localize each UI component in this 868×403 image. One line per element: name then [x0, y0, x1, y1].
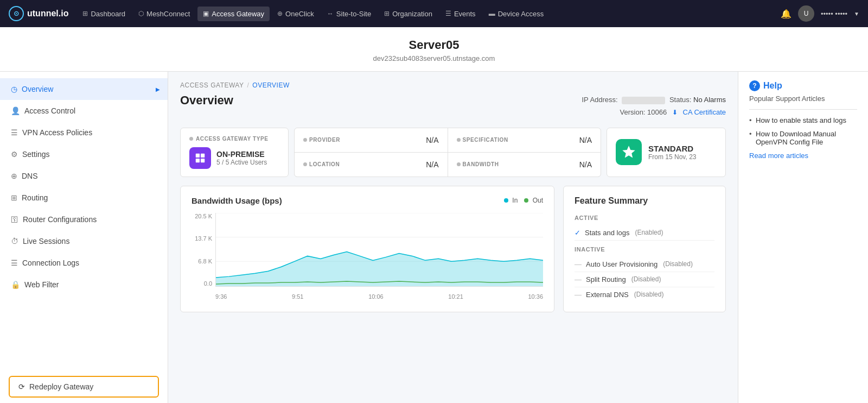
- version-value: 10066: [647, 108, 667, 116]
- gateway-type-badge-icon: [189, 147, 211, 169]
- nav-site-to-site[interactable]: ↔ Site-to-Site: [322, 7, 376, 21]
- sidebar-item-routing[interactable]: ⊞ Routing: [0, 187, 168, 209]
- subscription-icon: [616, 139, 642, 165]
- subscription-card: STANDARD From 15 Nov, 23: [607, 128, 726, 177]
- breadcrumb-parent[interactable]: ACCESS GATEWAY: [180, 81, 244, 89]
- chart-area: 20.5 K 13.7 K 6.8 K 0.0: [192, 213, 543, 300]
- x-label-3: 10:06: [368, 293, 384, 300]
- breadcrumb-current[interactable]: OVERVIEW: [252, 81, 289, 89]
- sidebar-active-chevron-icon: ▶: [156, 86, 160, 92]
- ip-value-blurred: [622, 97, 665, 104]
- sidebar-settings-label: Settings: [22, 150, 50, 159]
- check-icon: ✓: [575, 229, 580, 237]
- sidebar-item-overview[interactable]: ◷ Overview ▶: [0, 78, 168, 100]
- sidebar-item-settings[interactable]: ⚙ Settings: [0, 143, 168, 165]
- gateway-type-badge: ON-PREMISE 5 / 5 Active Users: [189, 147, 279, 169]
- notifications-bell-icon[interactable]: 🔔: [781, 9, 792, 19]
- bottom-section: Bandwidth Usage (bps) In Out: [180, 186, 726, 312]
- bandwidth-value: N/A: [579, 160, 592, 169]
- location-label: LOCATION: [309, 161, 340, 167]
- feature-external-dns[interactable]: — External DNS (Disabled): [575, 287, 714, 302]
- provider-label: PROVIDER: [309, 137, 340, 143]
- sidebar-item-live-sessions[interactable]: ⏱ Live Sessions: [0, 230, 168, 252]
- content-header-row: Overview IP Address: Status: No Alarms V…: [180, 93, 726, 119]
- svg-rect-1: [201, 154, 205, 158]
- feature-auto-user-prov[interactable]: — Auto User Provisioning (Disabled): [575, 257, 714, 272]
- app-logo[interactable]: ⊙ utunnel.io: [9, 6, 68, 21]
- help-subtitle: Popular Support Articles: [749, 95, 857, 103]
- feature-stats-logs-label: Stats and logs: [585, 229, 629, 237]
- nav-events[interactable]: ☰ Events: [440, 7, 481, 21]
- sidebar-bottom: ⟳ Redeploy Gateway: [0, 365, 168, 403]
- breadcrumb: ACCESS GATEWAY / OVERVIEW: [180, 81, 726, 89]
- settings-icon: ⚙: [11, 150, 18, 159]
- vpn-access-policies-icon: ☰: [11, 128, 18, 137]
- inactive-section-label: INACTIVE: [575, 246, 714, 253]
- sidebar-item-access-control[interactable]: 👤 Access Control: [0, 100, 168, 122]
- app-content: ◷ Overview ▶ 👤 Access Control ☰ VPN Acce…: [0, 72, 868, 403]
- help-article-stats-logs[interactable]: How to enable stats and logs: [749, 116, 857, 124]
- help-article-download-manual[interactable]: How to Download Manual OpenVPN Config Fi…: [749, 130, 857, 146]
- read-more-articles-link[interactable]: Read more articles: [749, 152, 857, 160]
- chart-header: Bandwidth Usage (bps) In Out: [192, 196, 543, 205]
- redeploy-gateway-button[interactable]: ⟳ Redeploy Gateway: [9, 376, 159, 398]
- connection-logs-icon: ☰: [11, 259, 18, 267]
- nav-access-gateway-label: Access Gateway: [212, 10, 264, 18]
- redeploy-label: Redeploy Gateway: [29, 382, 93, 391]
- x-label-4: 10:21: [448, 293, 463, 300]
- sidebar-item-web-filter[interactable]: 🔒 Web Filter: [0, 274, 168, 295]
- help-title: ? Help: [749, 80, 857, 91]
- feature-external-dns-label: External DNS: [586, 291, 629, 299]
- oneclick-icon: ⊕: [277, 10, 283, 17]
- sidebar-item-router-configurations[interactable]: ⚿ Router Configurations: [0, 209, 168, 230]
- help-divider: [749, 109, 857, 110]
- nav-site-to-site-label: Site-to-Site: [336, 10, 371, 18]
- feature-stats-logs[interactable]: ✓ Stats and logs (Enabled): [575, 225, 714, 241]
- user-menu-chevron-icon[interactable]: ▼: [854, 11, 859, 17]
- svg-rect-0: [196, 154, 200, 158]
- subscription-name: STANDARD: [648, 144, 696, 153]
- dash-icon-1: —: [575, 260, 582, 268]
- meshconnect-icon: ⬡: [138, 10, 144, 17]
- location-value: N/A: [426, 160, 438, 169]
- feature-split-routing[interactable]: — Split Routing (Disabled): [575, 272, 714, 287]
- dashboard-icon: ⊞: [82, 10, 88, 17]
- gateway-type-card: ACCESS GATEWAY TYPE ON-PREMISE 5 / 5 Ac: [180, 128, 289, 177]
- bandwidth-cell: BANDWIDTH N/A: [448, 153, 601, 177]
- username[interactable]: ••••• •••••: [821, 10, 847, 18]
- avatar[interactable]: U: [798, 5, 814, 22]
- bandwidth-chart-card: Bandwidth Usage (bps) In Out: [180, 186, 554, 312]
- chart-title: Bandwidth Usage (bps): [192, 196, 282, 205]
- dash-icon-3: —: [575, 291, 582, 299]
- nav-oneclick-label: OneClick: [285, 10, 314, 18]
- nav-device-access[interactable]: ▬ Device Access: [483, 7, 550, 21]
- nav-organization-label: Organization: [392, 10, 432, 18]
- nav-oneclick[interactable]: ⊕ OneClick: [272, 7, 320, 21]
- sidebar-item-dns[interactable]: ⊕ DNS: [0, 165, 168, 187]
- feature-summary-title: Feature Summary: [575, 196, 714, 206]
- top-navigation: ⊙ utunnel.io ⊞ Dashboard ⬡ MeshConnect ▣…: [0, 0, 868, 27]
- access-gateway-icon: ▣: [203, 10, 209, 17]
- legend-in-dot: [504, 198, 508, 203]
- nav-dashboard[interactable]: ⊞ Dashboard: [77, 7, 131, 21]
- svg-rect-2: [196, 159, 200, 162]
- legend-out-dot: [524, 198, 528, 203]
- nav-meshconnect[interactable]: ⬡ MeshConnect: [133, 7, 195, 21]
- feature-external-dns-status: (Disabled): [634, 291, 664, 298]
- gw-type-dot: [189, 137, 193, 141]
- help-icon: ?: [749, 80, 760, 91]
- specification-cell: SPECIFICATION N/A: [448, 128, 601, 152]
- nav-organization[interactable]: ⊞ Organization: [379, 7, 438, 21]
- nav-access-gateway[interactable]: ▣ Access Gateway: [197, 7, 270, 21]
- y-label-4: 20.5 K: [195, 213, 212, 219]
- sidebar-vpn-label: VPN Access Policies: [22, 128, 92, 137]
- sidebar-item-vpn-access-policies[interactable]: ☰ VPN Access Policies: [0, 122, 168, 143]
- legend-in: In: [504, 197, 518, 204]
- redeploy-icon: ⟳: [18, 382, 25, 391]
- svg-rect-3: [201, 159, 205, 162]
- sidebar-item-connection-logs[interactable]: ☰ Connection Logs: [0, 252, 168, 274]
- dns-icon: ⊕: [11, 172, 17, 180]
- feature-split-routing-status: (Disabled): [631, 275, 661, 283]
- feature-summary-card: Feature Summary ACTIVE ✓ Stats and logs …: [563, 186, 726, 312]
- ca-certificate-link[interactable]: CA Certificate: [683, 108, 726, 116]
